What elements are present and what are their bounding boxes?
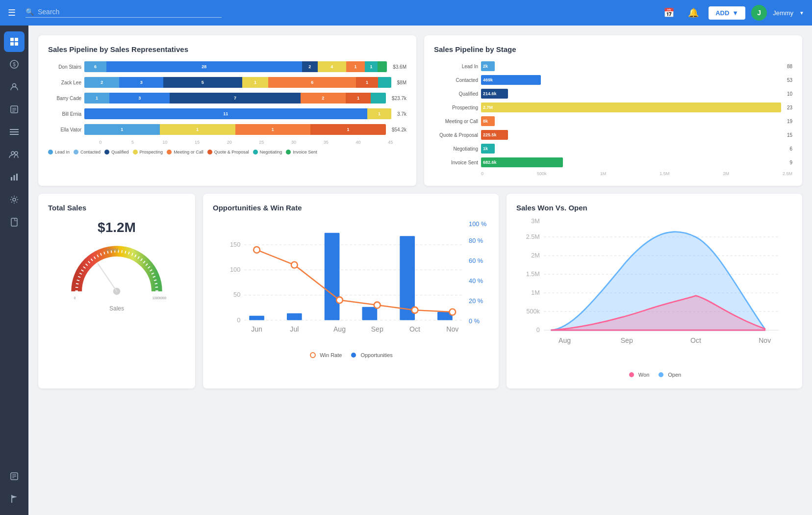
- won-legend-item: Won: [628, 371, 649, 379]
- svg-point-55: [412, 307, 418, 313]
- stage-x-tick: 1.5M: [660, 171, 669, 176]
- svg-rect-45: [249, 316, 264, 320]
- svg-text:0: 0: [74, 296, 76, 300]
- legend-item: Contacted: [74, 150, 101, 154]
- gauge-svg: 0 10000000 5000000: [68, 239, 166, 303]
- layout: $: [0, 26, 812, 515]
- won-open-legend: Won Open: [516, 371, 792, 379]
- top-row: Sales Pipeline by Sales Representatives …: [38, 35, 802, 186]
- svg-point-82: [629, 372, 634, 377]
- username-chevron-icon: ▼: [799, 10, 804, 16]
- stage-bar: 682.6k: [481, 157, 563, 167]
- bar-value-label: $3.6M: [393, 64, 406, 70]
- svg-text:80 %: 80 %: [469, 237, 483, 244]
- bar-segment: 2: [302, 61, 318, 72]
- svg-text:20 %: 20 %: [469, 297, 483, 305]
- svg-line-27: [98, 264, 117, 291]
- bar-value-label: 3.7k: [397, 111, 406, 117]
- opp-chart-svg: 0 50 100 150 0 % 20 % 40 % 60 % 80 % 100…: [213, 220, 489, 345]
- svg-point-53: [336, 297, 343, 303]
- svg-point-51: [254, 247, 260, 253]
- avatar[interactable]: J: [751, 5, 767, 21]
- sidebar-item-files[interactable]: [4, 212, 25, 232]
- bell-button[interactable]: 🔔: [684, 5, 703, 20]
- gauge-value: $1.2M: [98, 220, 136, 235]
- bar-segments: 6282411: [84, 61, 387, 72]
- x-tick: 45: [374, 140, 406, 145]
- stage-label: Quote & Proposal: [434, 132, 478, 138]
- bar-segment: 1: [310, 124, 386, 135]
- pipeline-reps-chart: Don Stairs6282411$3.6MZack Lee235161$8MB…: [48, 61, 406, 154]
- stage-bar: 8k: [481, 116, 495, 126]
- sidebar-item-dashboard[interactable]: [4, 31, 25, 52]
- stage-x-tick: 2M: [723, 171, 729, 176]
- bar-row: Barry Cade13721$23.7k: [48, 93, 406, 103]
- svg-text:Jul: Jul: [290, 325, 299, 333]
- sidebar-item-menu[interactable]: [4, 122, 25, 142]
- svg-text:2.5M: 2.5M: [526, 233, 540, 240]
- stage-label: Qualified: [434, 91, 478, 97]
- svg-rect-20: [11, 218, 17, 226]
- opp-legend-opportunities: Opportunities: [350, 351, 392, 359]
- svg-point-14: [11, 152, 14, 154]
- stage-bar-wrap: 1k: [481, 144, 784, 154]
- search-input[interactable]: [38, 8, 222, 16]
- stage-bar-wrap: 2k: [481, 61, 781, 71]
- pipeline-reps-title: Sales Pipeline by Sales Representatives: [48, 45, 406, 53]
- hamburger-icon[interactable]: ☰: [8, 7, 16, 18]
- add-button[interactable]: ADD ▼: [709, 6, 745, 20]
- stage-bar: 2.7M: [481, 103, 781, 112]
- svg-rect-47: [325, 233, 340, 320]
- svg-rect-7: [11, 106, 18, 113]
- svg-rect-3: [15, 42, 18, 46]
- svg-text:Aug: Aug: [558, 336, 571, 344]
- svg-text:Nov: Nov: [446, 325, 458, 333]
- svg-text:500k: 500k: [526, 308, 540, 315]
- bar-value-label: $23.7k: [392, 96, 406, 101]
- username-label[interactable]: Jemmy: [773, 9, 793, 17]
- stage-count: 6: [789, 146, 792, 152]
- sidebar-item-team[interactable]: [4, 144, 25, 165]
- sidebar-item-notes[interactable]: [4, 466, 25, 487]
- stage-bar-wrap: 469k: [481, 75, 781, 85]
- x-axis: 051015202530354045: [84, 140, 406, 145]
- total-sales-title: Total Sales: [48, 204, 185, 212]
- stage-label: Lead In: [434, 64, 478, 69]
- stage-bar: 225.5k: [481, 130, 508, 140]
- x-tick: 25: [246, 140, 278, 145]
- bar-segment: 6: [268, 77, 356, 88]
- bar-segment: 1: [346, 93, 371, 103]
- sidebar-item-reports[interactable]: [4, 99, 25, 120]
- calendar-button[interactable]: 📅: [660, 5, 678, 20]
- svg-point-52: [291, 262, 298, 268]
- svg-text:10000000: 10000000: [152, 296, 167, 300]
- sidebar-item-analytics[interactable]: [4, 167, 25, 187]
- stage-row: Meeting or Call8k19: [434, 116, 792, 126]
- svg-text:60 %: 60 %: [469, 257, 483, 264]
- pipeline-stage-title: Sales Pipeline by Stage: [434, 45, 792, 53]
- gauge-wrap: $1.2M: [48, 220, 185, 312]
- svg-text:Aug: Aug: [333, 325, 346, 333]
- stage-label: Negotiating: [434, 146, 478, 152]
- svg-text:100: 100: [230, 266, 240, 273]
- stage-label: Contacted: [434, 77, 478, 83]
- sidebar-item-contacts[interactable]: [4, 77, 25, 97]
- svg-rect-48: [362, 307, 378, 320]
- bar-value-label: $8M: [397, 80, 406, 85]
- bar-segment: 1: [365, 61, 378, 72]
- bar-segment: 1: [356, 77, 378, 88]
- sidebar-item-flags[interactable]: [4, 489, 25, 509]
- bar-segment: 2: [84, 77, 119, 88]
- svg-rect-46: [287, 313, 302, 320]
- sidebar-item-sales[interactable]: $: [4, 54, 25, 75]
- stage-bar-wrap: 2.7M: [481, 103, 781, 112]
- stage-x-tick: 0: [481, 171, 483, 176]
- stage-x-tick: 1M: [600, 171, 607, 176]
- bar-label: Bill Ernia: [48, 111, 81, 117]
- search-icon: 🔍: [25, 8, 34, 16]
- stage-x-axis: 0500k1M1.5M2M2.5M: [481, 171, 792, 176]
- won-open-chart-wrap: 0 500k 1M 1.5M 2M 2.5M 3M Aug Sep: [516, 220, 792, 379]
- stage-bar: 2k: [481, 61, 495, 71]
- stage-row: Contacted469k53: [434, 75, 792, 85]
- sidebar-item-settings[interactable]: [4, 189, 25, 210]
